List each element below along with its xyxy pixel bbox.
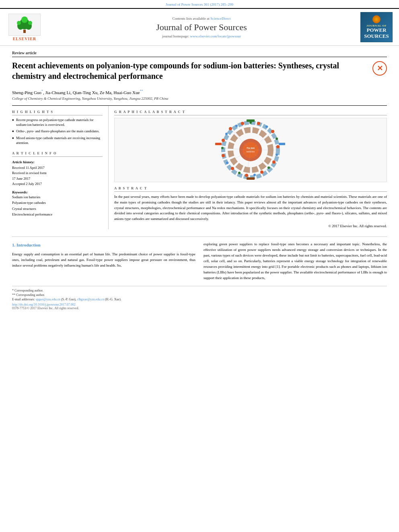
doi-link: http://dx.doi.org/10.1016/j.jpowsour.201… [12,303,76,306]
svg-point-29 [222,154,225,157]
journal-citation: Journal of Power Sources 361 (2017) 285–… [0,0,399,8]
revised-date: 17 June 2017 [12,176,103,182]
crossmark-x: ✕ [377,65,383,72]
citation-text: Journal of Power Sources 361 (2017) 285–… [166,2,233,6]
affiliation: College of Chemistry & Chemical Engineer… [12,97,387,101]
svg-text:batteries: batteries [247,150,255,153]
sciencedirect-line: Contents lists available at ScienceDirec… [49,16,354,21]
homepage-link[interactable]: www.elsevier.com/locate/jpowsour [190,34,241,38]
email-line: E-mail addresses: spguo@yzu.edu.cn (S.-P… [12,298,387,301]
highlights-col: H I G H L I G H T S Recent progress on p… [12,106,109,230]
accepted-date: Accepted 2 July 2017 [12,181,103,187]
received-date: Received 11 April 2017 [12,165,103,171]
svg-text:Na-ion: Na-ion [247,146,255,150]
svg-point-12 [235,125,238,127]
svg-rect-42 [215,143,222,145]
keyword-2: Polyanion-type cathodes [12,200,103,205]
power-sources-logo: JOURNAL OF POWER SOURCES [360,12,393,42]
abstract-copyright: © 2017 Elsevier Inc. All rights reserved… [114,224,387,229]
elsevier-tree-svg [12,16,37,34]
keyword-4: Electrochemical performance [12,212,103,217]
svg-point-24 [253,174,256,176]
highlights-abstract-section: H I G H L I G H T S Recent progress on p… [12,105,387,230]
abstract-body: In the past several years, many efforts … [114,195,387,221]
keywords-section: Keywords: Sodium ion batteries Polyanion… [12,190,103,218]
svg-point-6 [28,21,32,25]
abstract-heading: A B S T R A C T [114,186,387,192]
svg-point-26 [238,172,241,174]
highlight-item-1: Recent progress on polyanion-type cathod… [12,118,103,127]
svg-point-23 [260,170,263,174]
elsevier-logo: ELSEVIER [6,14,43,41]
svg-rect-45 [247,177,255,180]
keyword-3: Crystal structures [12,206,103,212]
highlight-item-3: Mixed anions-type cathode materials are … [12,136,103,146]
svg-point-19 [276,145,280,148]
svg-point-18 [276,138,278,140]
highlights-list: Recent progress on polyanion-type cathod… [12,118,103,146]
article-info-heading: A R T I C L E I N F O [12,151,103,157]
highlights-heading: H I G H L I G H T S [12,110,103,115]
highlight-item-2: Ortho-, pyro- and fluoro-phosphates are … [12,129,103,134]
svg-rect-44 [247,119,255,122]
email-2-link[interactable]: clhgxue@yzu.edu.cn [77,298,104,301]
intro-col-right: exploring green power suppliers to repla… [204,242,387,281]
corresponding-note-1: * Corresponding author. [12,289,43,292]
article-title: Recent achievements on polyanion-type co… [12,60,387,81]
footnote-1: * Corresponding author. [12,289,387,292]
graphical-abstract-heading: G R A P H I C A L A B S T R A C T [114,110,387,115]
svg-point-5 [17,21,21,25]
footnote-2: ** Corresponding author. [12,293,387,297]
intro-heading: 1. Introduction [12,242,195,249]
elsevier-text: ELSEVIER [13,37,37,41]
intro-col-left: 1. Introduction Energy supply and consum… [12,242,195,281]
issn-line: 0378-7753/© 2017 Elsevier Inc. All right… [12,306,387,310]
journal-center: Contents lists available at ScienceDirec… [49,16,354,38]
history-label: Article history: [12,159,103,165]
email-1-link[interactable]: spguo@yzu.edu.cn [36,298,60,301]
svg-rect-43 [279,143,285,145]
doi-line[interactable]: http://dx.doi.org/10.1016/j.jpowsour.201… [12,303,387,306]
received-revised-label: Received in revised form [12,170,103,176]
intro-left-text: Energy supply and consumption is an esse… [12,252,195,269]
author-shengping: Sheng-Ping Guo [12,90,41,95]
svg-point-31 [222,139,225,142]
svg-point-27 [231,167,234,170]
keyword-1: Sodium ion batteries [12,194,103,200]
svg-point-13 [241,122,244,125]
journal-logo-power: POWER [366,27,386,33]
graphical-abstract-image: Na-ion batteries [114,118,387,182]
journal-name: Journal of Power Sources [49,22,354,33]
svg-point-21 [272,160,276,164]
abstract-text: In the past several years, many efforts … [114,194,387,230]
svg-point-15 [257,122,260,125]
svg-point-16 [265,125,268,128]
abstract-col: G R A P H I C A L A B S T R A C T [109,106,387,230]
introduction-section: 1. Introduction Energy supply and consum… [12,236,387,281]
keywords-label: Keywords: [12,190,103,194]
title-section: ✕ Recent achievements on polyanion-type … [12,60,387,85]
svg-rect-0 [23,30,26,33]
author-sup-1: * [41,89,43,93]
elsevier-tree-logo [8,14,41,36]
intro-right-text: exploring green power suppliers to repla… [204,242,387,281]
article-footer: * Corresponding author. ** Corresponding… [12,286,387,310]
email-1-author: (S.-P. Guo), [61,298,76,301]
email-2-author: (H.-G. Xue). [105,298,121,301]
journal-logo-sources: SOURCES [364,33,389,39]
svg-point-32 [225,133,228,135]
author-sup-2: ** [140,89,143,93]
logo-circle [372,15,380,23]
article-body: Review article ✕ Recent achievements on … [0,46,399,315]
author-jiachuang: Jia-Chuang Li, Qian-Ting Xu, Ze Ma, Huai… [45,90,140,95]
svg-point-20 [276,154,278,156]
crossmark-badge: ✕ [372,61,387,76]
corresponding-note-2: ** Corresponding author. [12,293,45,297]
circular-diagram-svg: Na-ion batteries [214,119,287,181]
authors-line: Sheng-Ping Guo*, Jia-Chuang Li, Qian-Tin… [12,89,387,95]
article-history: Article history: Received 11 April 2017 … [12,159,103,187]
email-label: E-mail addresses: [12,298,35,301]
homepage-line: journal homepage: www.elsevier.com/locat… [49,34,354,38]
issn-text: 0378-7753/© 2017 Elsevier Inc. All right… [12,306,79,310]
sciencedirect-link[interactable]: ScienceDirect [210,16,230,21]
